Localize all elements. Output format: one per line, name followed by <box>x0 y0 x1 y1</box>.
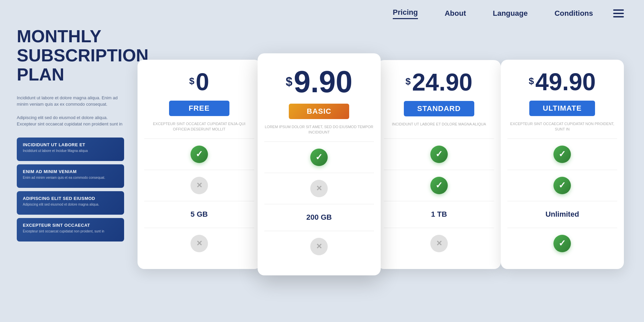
price-area-free: $0 <box>189 70 209 94</box>
storage-text-basic-2: 200 GB <box>306 213 332 222</box>
x-icon-free-3 <box>191 235 208 252</box>
check-icon-standard-0 <box>430 146 448 163</box>
price-area-basic: $9.90 <box>286 67 353 97</box>
plan-badge-standard: STANDARD <box>404 101 474 116</box>
feature-cell-standard-0 <box>384 139 494 170</box>
plan-card-ultimate[interactable]: $49.90ULTIMATEEXCEPTEUR SINT OCCAECAT CU… <box>501 60 624 269</box>
plan-desc-standard: INCIDIDUNT UT LABORE ET DOLORE MAGNA ALI… <box>392 122 486 132</box>
feature-cell-ultimate-1 <box>507 170 618 201</box>
feature-cell-standard-2: 1 TB <box>384 201 494 228</box>
feature-cell-ultimate-3 <box>507 228 618 259</box>
feature-cells-free: 5 GB <box>144 139 254 259</box>
storage-text-free-2: 5 GB <box>191 210 208 219</box>
feature-row-1: ENIM AD MINIM VENIAM Enim ad minim venia… <box>17 164 124 188</box>
check-icon-ultimate-0 <box>553 146 571 163</box>
price-number-ultimate: 49.90 <box>535 70 596 94</box>
x-icon-basic-3 <box>310 238 328 255</box>
storage-text-standard-2: 1 TB <box>431 210 447 219</box>
feature-cell-free-1 <box>144 170 254 201</box>
price-area-standard: $24.90 <box>406 70 473 94</box>
price-number-free: 0 <box>196 70 209 94</box>
dollar-sign-standard: $ <box>406 76 411 87</box>
dollar-sign-basic: $ <box>286 75 292 89</box>
feature-cell-ultimate-2: Unlimited <box>507 201 618 228</box>
feature-row-title-2: ADIPISCING ELIT SED EIUSMOD <box>23 196 118 201</box>
feature-row-sub-0: Incididunt ut labore et Incidue Magna al… <box>23 149 118 153</box>
feature-cell-basic-2: 200 GB <box>264 204 374 231</box>
feature-row-sub-1: Enim ad minim veniam quis et ea commodo … <box>23 175 118 180</box>
feature-rows: INCIDIDUNT UT LABORE ET Incididunt ut la… <box>17 138 124 241</box>
plan-badge-free: FREE <box>169 101 229 116</box>
feature-row-title-1: ENIM AD MINIM VENIAM <box>23 169 118 174</box>
check-icon-ultimate-3 <box>553 235 571 252</box>
feature-row-sub-3: Excepteur sint occaecat cupidatat non pr… <box>23 229 118 234</box>
nav-link-about[interactable]: About <box>445 9 466 18</box>
check-icon-standard-1 <box>430 177 448 194</box>
dollar-sign-ultimate: $ <box>529 76 534 87</box>
check-icon-ultimate-1 <box>553 177 571 194</box>
cards-wrapper: $0FREEEXCEPTEUR SINT OCCAECAT CUPIDATAT … <box>138 60 624 269</box>
plan-desc-basic: LOREM IPSUM DOLOR SIT AMET, SED DO EIUSM… <box>264 124 374 135</box>
nav-links: Pricing About Language Conditions <box>393 8 593 19</box>
price-number-basic: 9.90 <box>294 67 353 97</box>
feature-cell-basic-1 <box>264 173 374 204</box>
feature-row-3: EXCEPTEUR SINT OCCAECAT Excepteur sint o… <box>17 218 124 241</box>
feature-cell-basic-3 <box>264 231 374 262</box>
price-area-ultimate: $49.90 <box>529 70 596 94</box>
plan-desc-free: EXCEPTEUR SINT OCCAECAT CUPIDATAT ENJA-Q… <box>144 121 254 132</box>
feature-cell-free-0 <box>144 139 254 170</box>
plan-desc-ultimate: EXCEPTEUR SINT OCCAECAT CUPIDATAT NON PR… <box>507 121 618 132</box>
plan-badge-basic: BASIC <box>289 104 349 119</box>
feature-row-2: ADIPISCING ELIT SED EIUSMOD Adipiscing e… <box>17 191 124 215</box>
hamburger-menu[interactable] <box>613 9 624 17</box>
plan-card-free[interactable]: $0FREEEXCEPTEUR SINT OCCAECAT CUPIDATAT … <box>138 60 261 269</box>
navbar: Pricing About Language Conditions <box>0 0 644 27</box>
nav-link-conditions[interactable]: Conditions <box>554 9 593 18</box>
plan-card-standard[interactable]: $24.90STANDARDINCIDIDUNT UT LABORE ET DO… <box>377 60 501 269</box>
feature-cell-basic-0 <box>264 142 374 173</box>
feature-cells-ultimate: Unlimited <box>507 139 618 259</box>
price-number-standard: 24.90 <box>412 70 472 94</box>
pricing-container: $0FREEEXCEPTEUR SINT OCCAECAT CUPIDATAT … <box>127 27 634 302</box>
main-title: MONTHLY SUBSCRIPTION PLAN <box>17 27 124 85</box>
feature-row-sub-2: Adipiscing elit sed eiusmod et dolore ma… <box>23 202 118 207</box>
feature-row-title-3: EXCEPTEUR SINT OCCAECAT <box>23 223 118 228</box>
x-icon-standard-3 <box>430 235 448 252</box>
feature-row-0: INCIDIDUNT UT LABORE ET Incididunt ut la… <box>17 138 124 161</box>
storage-text-ultimate-2: Unlimited <box>545 210 579 219</box>
x-icon-basic-1 <box>310 180 328 197</box>
x-icon-free-1 <box>191 177 208 194</box>
check-icon-basic-0 <box>310 149 328 166</box>
feature-row-title-0: INCIDIDUNT UT LABORE ET <box>23 142 118 147</box>
feature-cells-standard: 1 TB <box>384 139 494 259</box>
desc2: Adipiscing elit sed do eiusmod et dolore… <box>17 114 124 127</box>
feature-cell-free-2: 5 GB <box>144 201 254 228</box>
plan-card-basic[interactable]: $9.90BASICLOREM IPSUM DOLOR SIT AMET, SE… <box>258 53 381 275</box>
nav-link-pricing[interactable]: Pricing <box>393 8 418 19</box>
left-section: MONTHLY SUBSCRIPTION PLAN Incididunt ut … <box>17 27 124 241</box>
feature-cell-standard-1 <box>384 170 494 201</box>
feature-cell-ultimate-0 <box>507 139 618 170</box>
feature-cell-standard-3 <box>384 228 494 259</box>
plan-badge-ultimate: ULTIMATE <box>529 101 595 116</box>
desc1: Incididunt ut labore et dolore magna ali… <box>17 95 124 108</box>
nav-link-language[interactable]: Language <box>493 9 528 18</box>
check-icon-free-0 <box>191 146 208 163</box>
dollar-sign-free: $ <box>189 76 195 87</box>
feature-cells-basic: 200 GB <box>264 142 374 262</box>
feature-cell-free-3 <box>144 228 254 259</box>
